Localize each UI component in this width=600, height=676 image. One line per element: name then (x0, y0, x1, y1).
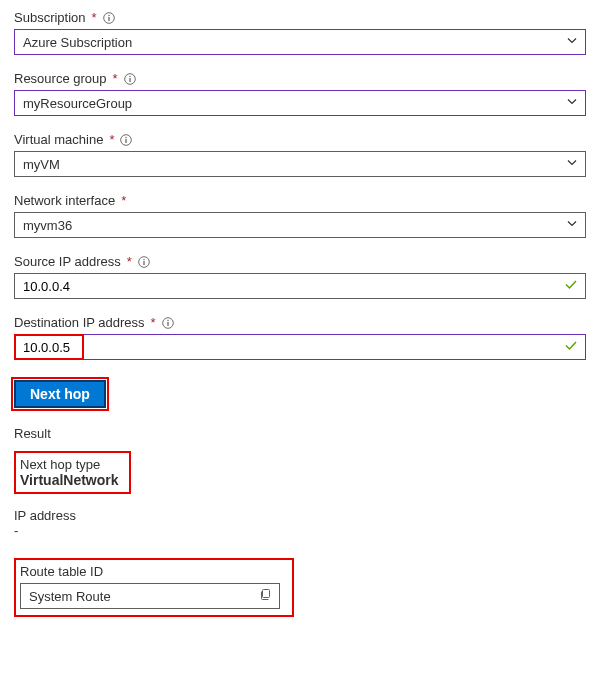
svg-rect-8 (126, 139, 127, 143)
next-hop-type-value: VirtualNetwork (20, 472, 119, 488)
network-interface-label: Network interface (14, 193, 115, 208)
result-title: Result (14, 426, 586, 441)
destination-ip-label-row: Destination IP address * (14, 315, 586, 330)
copy-icon[interactable] (259, 588, 272, 604)
network-interface-value: myvm36 (23, 218, 72, 233)
required-indicator: * (127, 254, 132, 269)
required-indicator: * (92, 10, 97, 25)
network-interface-label-row: Network interface * (14, 193, 586, 208)
required-indicator: * (113, 71, 118, 86)
virtual-machine-value: myVM (23, 157, 60, 172)
info-icon[interactable] (103, 12, 115, 24)
chevron-down-icon (566, 35, 578, 50)
next-hop-type-box: Next hop type VirtualNetwork (14, 451, 131, 494)
svg-point-10 (143, 258, 144, 259)
source-ip-field: Source IP address * (14, 254, 586, 299)
source-ip-label-row: Source IP address * (14, 254, 586, 269)
network-interface-field: Network interface * myvm36 (14, 193, 586, 238)
ip-address-label: IP address (14, 508, 586, 523)
required-indicator: * (121, 193, 126, 208)
svg-point-13 (167, 319, 168, 320)
subscription-label-row: Subscription * (14, 10, 586, 25)
ip-address-value: - (14, 523, 586, 538)
source-ip-label: Source IP address (14, 254, 121, 269)
info-icon[interactable] (124, 73, 136, 85)
svg-point-7 (126, 136, 127, 137)
virtual-machine-label: Virtual machine (14, 132, 103, 147)
next-hop-button[interactable]: Next hop (14, 380, 106, 408)
svg-rect-11 (143, 261, 144, 265)
svg-rect-2 (108, 17, 109, 21)
route-table-box: Route table ID System Route (14, 558, 294, 617)
route-table-label: Route table ID (20, 564, 286, 579)
resource-group-field: Resource group * myResourceGroup (14, 71, 586, 116)
destination-ip-label: Destination IP address (14, 315, 145, 330)
route-table-input-wrap: System Route (20, 583, 280, 609)
svg-point-4 (129, 75, 130, 76)
route-table-value: System Route (29, 589, 111, 604)
virtual-machine-label-row: Virtual machine * (14, 132, 586, 147)
check-icon (564, 339, 578, 356)
route-table-input[interactable]: System Route (20, 583, 280, 609)
source-ip-input-wrap (14, 273, 586, 299)
virtual-machine-field: Virtual machine * myVM (14, 132, 586, 177)
check-icon (564, 278, 578, 295)
svg-rect-14 (167, 322, 168, 326)
resource-group-select[interactable]: myResourceGroup (14, 90, 586, 116)
source-ip-input[interactable] (14, 273, 586, 299)
ip-address-block: IP address - (14, 508, 586, 538)
required-indicator: * (151, 315, 156, 330)
resource-group-label: Resource group (14, 71, 107, 86)
svg-rect-15 (263, 590, 270, 598)
subscription-value: Azure Subscription (23, 35, 132, 50)
virtual-machine-select[interactable]: myVM (14, 151, 586, 177)
svg-rect-5 (129, 78, 130, 82)
network-interface-select[interactable]: myvm36 (14, 212, 586, 238)
info-icon[interactable] (138, 256, 150, 268)
info-icon[interactable] (120, 134, 132, 146)
next-hop-button-wrap: Next hop (14, 380, 106, 408)
destination-ip-input[interactable] (14, 334, 586, 360)
next-hop-type-label: Next hop type (20, 457, 119, 472)
destination-ip-input-wrap (14, 334, 586, 360)
chevron-down-icon (566, 218, 578, 233)
subscription-select[interactable]: Azure Subscription (14, 29, 586, 55)
resource-group-value: myResourceGroup (23, 96, 132, 111)
subscription-label: Subscription (14, 10, 86, 25)
subscription-field: Subscription * Azure Subscription (14, 10, 586, 55)
destination-ip-field: Destination IP address * (14, 315, 586, 360)
chevron-down-icon (566, 157, 578, 172)
resource-group-label-row: Resource group * (14, 71, 586, 86)
info-icon[interactable] (162, 317, 174, 329)
chevron-down-icon (566, 96, 578, 111)
required-indicator: * (109, 132, 114, 147)
svg-point-1 (108, 14, 109, 15)
